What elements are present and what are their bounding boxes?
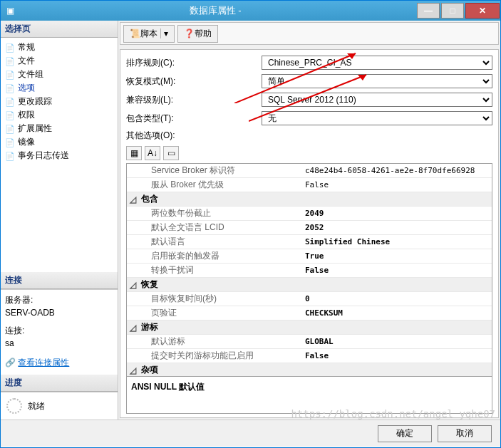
page-icon [5,56,15,66]
connection-value: sa [5,338,113,348]
sidebar-item-1[interactable]: 文件 [2,54,116,68]
title-bar: ▣ 数据库属性 - — □ ✕ [1,1,500,21]
property-row[interactable]: 默认全文语言 LCID2052 [127,221,492,235]
ok-button[interactable]: 确定 [378,425,432,442]
property-category[interactable]: ◿恢复 [127,278,492,292]
help-button[interactable]: ❓ 帮助 [177,25,218,43]
property-row[interactable]: 服从 Broker 优先级False [127,178,492,192]
server-label: 服务器: [5,294,113,306]
cancel-button[interactable]: 取消 [438,425,492,442]
page-icon [5,97,15,107]
property-category[interactable]: ◿包含 [127,192,492,207]
property-name: 杂项 [138,364,302,376]
page-icon [5,137,15,147]
sidebar-item-7[interactable]: 镜像 [2,135,116,149]
progress-status: 就绪 [28,400,45,412]
property-row[interactable]: 两位数年份截止2049 [127,207,492,221]
property-name: 服从 Broker 优先级 [138,179,302,191]
view-connection-link[interactable]: 🔗 查看连接属性 [5,357,113,369]
help-label: 帮助 [195,28,212,40]
contain-select[interactable]: 无 [262,111,492,125]
sidebar-item-label: 更改跟踪 [18,95,52,108]
property-row[interactable]: 页验证CHECKSUM [127,306,492,321]
page-icon [5,124,15,134]
sidebar: 选择页 常规文件文件组选项更改跟踪权限扩展属性镜像事务日志传送 连接 服务器: … [1,21,118,420]
sidebar-item-label: 文件 [18,55,35,67]
sidebar-item-5[interactable]: 权限 [2,108,116,122]
page-icon [5,43,15,53]
sidebar-item-2[interactable]: 文件组 [2,68,116,81]
property-row[interactable]: 启用嵌套的触发器True [127,249,492,264]
recovery-label: 恢复模式(M): [126,75,262,88]
expand-icon[interactable]: ◿ [127,280,138,290]
progress-header: 进度 [1,375,118,392]
description-title: ANSI NULL 默认值 [131,382,205,392]
page-icon [5,110,15,120]
property-name: 页验证 [138,307,302,319]
sidebar-item-label: 常规 [18,41,35,53]
sidebar-item-3[interactable]: 选项 [2,81,116,95]
compat-select[interactable]: SQL Server 2012 (110) [262,93,492,107]
connection-label: 连接: [5,325,113,337]
property-row[interactable]: 默认游标GLOBAL [127,335,492,349]
sidebar-item-8[interactable]: 事务日志传送 [2,149,116,162]
pages-button[interactable]: ▭ [163,146,179,160]
contain-label: 包含类型(T): [126,113,262,125]
property-row[interactable]: 默认语言Simplified Chinese [127,235,492,249]
property-value: c48e24b4-6058-4261-ae2e-8f70dfe66928 [302,166,492,175]
property-value: 2049 [302,209,492,218]
sidebar-item-label: 权限 [18,109,35,121]
maximize-button[interactable]: □ [441,3,464,19]
property-value: 0 [302,294,492,303]
expand-icon[interactable]: ◿ [127,323,138,333]
progress-spinner-icon [6,398,22,414]
property-name: 默认游标 [138,335,302,348]
sidebar-item-4[interactable]: 更改跟踪 [2,95,116,108]
chevron-down-icon[interactable]: ▾ [160,28,168,38]
property-row[interactable]: 目标恢复时间(秒)0 [127,292,492,306]
property-value: 2052 [302,223,492,232]
property-category[interactable]: ◿杂项 [127,363,492,377]
sidebar-item-6[interactable]: 扩展属性 [2,122,116,135]
page-icon [5,83,15,93]
sidebar-item-label: 扩展属性 [18,123,52,135]
sidebar-item-0[interactable]: 常规 [2,41,116,54]
categorized-button[interactable]: ▦ [126,146,142,160]
property-value: Simplified Chinese [302,237,492,246]
page-tree: 常规文件文件组选项更改跟踪权限扩展属性镜像事务日志传送 [1,38,118,165]
window-title: 数据库属性 - [14,4,416,17]
other-options-label: 其他选项(O): [126,130,262,142]
alphabetical-button[interactable]: A↓ [145,146,160,160]
view-connection-label: 查看连接属性 [18,358,69,368]
collation-select[interactable]: Chinese_PRC_CI_AS [262,56,492,70]
property-name: 两位数年份截止 [138,207,302,219]
dialog-footer: 确定 取消 [1,420,500,447]
property-name: 包含 [138,193,302,205]
sidebar-item-label: 文件组 [18,68,43,80]
property-category[interactable]: ◿游标 [127,321,492,335]
script-label: 脚本 [140,28,157,40]
compat-label: 兼容级别(L): [126,94,262,106]
collation-label: 排序规则(C): [126,57,262,69]
property-name: 目标恢复时间(秒) [138,293,302,305]
script-button[interactable]: 📜 脚本 ▾ [123,25,175,43]
app-icon: ▣ [6,6,14,16]
connection-header: 连接 [1,272,118,289]
property-grid[interactable]: Service Broker 标识符c48e24b4-6058-4261-ae2… [126,163,492,377]
server-value: SERV-OADB [5,308,113,318]
help-icon: ❓ [184,28,195,38]
property-row[interactable]: 提交时关闭游标功能已启用False [127,349,492,363]
close-button[interactable]: ✕ [465,3,500,19]
recovery-select[interactable]: 简单 [262,74,492,88]
property-value: False [302,351,492,360]
property-name: Service Broker 标识符 [138,165,302,177]
expand-icon[interactable]: ◿ [127,365,138,375]
property-name: 提交时关闭游标功能已启用 [138,350,302,362]
property-row[interactable]: 转换干扰词False [127,264,492,278]
property-row[interactable]: Service Broker 标识符c48e24b4-6058-4261-ae2… [127,164,492,178]
toolbar: 📜 脚本 ▾ ❓ 帮助 [120,22,499,45]
description-panel: ANSI NULL 默认值 [126,377,492,414]
property-name: 默认语言 [138,236,302,248]
expand-icon[interactable]: ◿ [127,194,138,204]
minimize-button[interactable]: — [417,3,440,19]
